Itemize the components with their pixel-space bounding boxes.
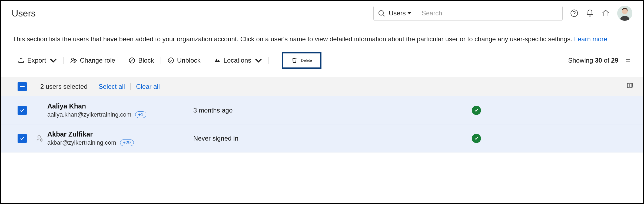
export-label: Export	[27, 57, 46, 64]
chevron-down-icon	[255, 57, 262, 64]
locations-icon	[214, 57, 221, 64]
search-scope-label: Users	[389, 9, 406, 17]
svg-line-8	[130, 59, 134, 62]
svg-point-17	[38, 135, 40, 138]
list-view-icon[interactable]	[625, 56, 631, 64]
user-rows: Aaliya Khan aaliya.khan@zylkertraining.c…	[1, 96, 643, 152]
divider	[207, 57, 207, 64]
page-title: Users	[12, 8, 36, 19]
select-all-link[interactable]: Select all	[99, 83, 125, 90]
svg-point-3	[574, 15, 575, 15]
divider	[122, 57, 122, 64]
user-row[interactable]: Aaliya Khan aaliya.khan@zylkertraining.c…	[1, 96, 643, 124]
unblock-icon	[167, 57, 174, 64]
divider	[93, 83, 93, 90]
divider	[63, 57, 64, 64]
divider	[268, 57, 269, 64]
selection-bar: 2 users selected Select all Clear all	[1, 77, 643, 96]
learn-more-link[interactable]: Learn more	[574, 35, 607, 43]
unblock-button[interactable]: Unblock	[167, 57, 201, 64]
page-description: This section lists the users that have b…	[1, 26, 643, 44]
bell-icon[interactable]	[586, 9, 594, 17]
block-button[interactable]: Block	[128, 57, 154, 64]
chevron-down-icon	[50, 57, 57, 64]
status-ok-icon	[472, 106, 481, 115]
user-email: akbar@zylkertraining.com	[47, 139, 116, 146]
trash-icon	[291, 57, 298, 64]
search-icon	[377, 9, 386, 17]
svg-line-1	[383, 15, 385, 16]
clear-all-link[interactable]: Clear all	[136, 83, 160, 90]
user-name[interactable]: Akbar Zulfikar	[47, 130, 193, 138]
last-seen: 3 months ago	[193, 107, 472, 114]
search-scope-dropdown[interactable]: Users	[389, 9, 416, 17]
svg-rect-16	[630, 83, 632, 88]
last-seen: Never signed in	[193, 135, 472, 142]
export-button[interactable]: Export	[18, 57, 57, 64]
delete-button[interactable]: Delete	[282, 52, 321, 69]
delete-label: Delete	[301, 58, 312, 63]
avatar[interactable]	[617, 6, 632, 21]
showing-text: Showing 30 of 29	[568, 57, 619, 64]
row-checkbox[interactable]	[18, 134, 27, 143]
toolbar: Export Change role Block Unblock Locati	[1, 44, 643, 77]
svg-point-0	[379, 11, 384, 15]
extra-emails-pill[interactable]: +29	[120, 140, 134, 146]
extra-emails-pill[interactable]: +1	[135, 111, 146, 118]
change-role-button[interactable]: Change role	[70, 57, 115, 64]
home-icon[interactable]	[602, 9, 610, 17]
locations-button[interactable]: Locations	[214, 57, 262, 64]
user-info: Aaliya Khan aaliya.khan@zylkertraining.c…	[47, 102, 193, 118]
user-row[interactable]: Akbar Zulfikar akbar@zylkertraining.com …	[1, 124, 643, 152]
export-icon	[18, 57, 25, 64]
row-checkbox[interactable]	[18, 106, 27, 115]
select-all-checkbox-indeterminate[interactable]	[18, 82, 27, 91]
search-box: Users	[373, 6, 563, 21]
user-email: aaliya.khan@zylkertraining.com	[47, 111, 131, 118]
user-name[interactable]: Aaliya Khan	[47, 102, 193, 110]
change-role-label: Change role	[80, 57, 115, 64]
block-label: Block	[138, 57, 154, 64]
help-icon[interactable]	[570, 9, 578, 17]
user-info: Akbar Zulfikar akbar@zylkertraining.com …	[47, 130, 193, 146]
svg-point-9	[168, 58, 174, 63]
block-icon	[128, 57, 135, 64]
search-input[interactable]	[422, 9, 559, 17]
change-role-icon	[70, 57, 77, 64]
svg-rect-15	[628, 83, 629, 88]
status-ok-icon	[472, 134, 481, 143]
column-settings-icon[interactable]	[626, 82, 634, 91]
divider	[161, 57, 161, 64]
page-header: Users Users	[1, 1, 643, 26]
selected-count-text: 2 users selected	[40, 83, 88, 90]
divider	[416, 9, 416, 17]
divider	[130, 83, 131, 90]
unblock-label: Unblock	[177, 57, 201, 64]
description-text: This section lists the users that have b…	[13, 35, 574, 43]
locations-label: Locations	[224, 57, 251, 64]
svg-point-18	[40, 139, 42, 141]
svg-point-6	[72, 58, 74, 61]
user-admin-icon	[35, 134, 44, 143]
caret-down-icon	[407, 11, 411, 15]
